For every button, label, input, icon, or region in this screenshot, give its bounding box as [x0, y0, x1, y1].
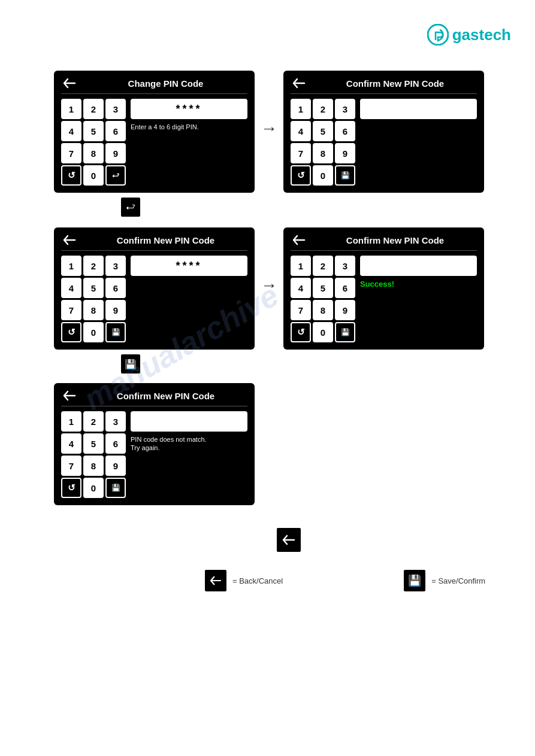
panel4-title: Confirm New PIN Code	[313, 235, 477, 245]
bottom-save-label: = Save/Confirm	[431, 576, 485, 585]
svg-point-0	[428, 25, 448, 45]
panel1-back-btn[interactable]	[61, 77, 78, 90]
key-5[interactable]: 5	[83, 121, 104, 141]
panel3-content: 1 2 3 4 5 6 7 8 9 ↺ 0 💾 ****	[61, 256, 247, 342]
key-4e[interactable]: 4	[61, 433, 81, 454]
key-5d[interactable]: 5	[313, 278, 333, 298]
panel5-header: Confirm New PIN Code	[61, 389, 247, 406]
key-3[interactable]: 3	[105, 99, 126, 119]
bottom-back-legend	[276, 527, 302, 553]
key-8c[interactable]: 8	[83, 300, 104, 320]
key-1d[interactable]: 1	[291, 256, 311, 276]
key-1c[interactable]: 1	[61, 256, 81, 276]
panel2-content: 1 2 3 4 5 6 7 8 9 ↺ 0 💾	[291, 99, 477, 186]
key-reset-d[interactable]: ↺	[291, 322, 311, 342]
panel3-back-btn[interactable]	[61, 233, 78, 247]
key-6b[interactable]: 6	[335, 121, 355, 141]
key-2e[interactable]: 2	[83, 411, 104, 432]
key-3d[interactable]: 3	[335, 256, 355, 276]
row3-panels: Confirm New PIN Code 1 2 3 4 5 6 7 8 9 ↺…	[54, 383, 255, 505]
key-9b[interactable]: 9	[335, 143, 355, 163]
panel-confirm-success: Confirm New PIN Code 1 2 3 4 5 6 7 8 9 ↺…	[283, 227, 484, 350]
panel5-back-btn[interactable]	[61, 389, 78, 402]
panel1-pin-input[interactable]: ****	[131, 99, 247, 119]
key-3b[interactable]: 3	[335, 99, 355, 119]
bottom-back-section: = Back/Cancel	[204, 569, 283, 593]
row2-panels: Confirm New PIN Code 1 2 3 4 5 6 7 8 9 ↺…	[54, 227, 484, 350]
key-7c[interactable]: 7	[61, 300, 81, 320]
key-7d[interactable]: 7	[291, 300, 311, 320]
key-4[interactable]: 4	[61, 121, 81, 141]
key-9e[interactable]: 9	[105, 456, 126, 476]
key-9c[interactable]: 9	[105, 300, 126, 320]
key-2c[interactable]: 2	[83, 256, 104, 276]
logo-text: gastech	[452, 26, 511, 44]
bottom-back-icon-box	[276, 527, 302, 553]
key-9d[interactable]: 9	[335, 300, 355, 320]
key-1[interactable]: 1	[61, 99, 81, 119]
panel4-header: Confirm New PIN Code	[291, 233, 477, 251]
key-1e[interactable]: 1	[61, 411, 81, 432]
panel3-right: ****	[131, 256, 247, 276]
key-save-e[interactable]: 💾	[105, 478, 126, 498]
key-0d[interactable]: 0	[313, 322, 333, 342]
panel5-right: PIN code does not match. Try again.	[131, 411, 247, 453]
key-9[interactable]: 9	[105, 143, 126, 163]
key-6[interactable]: 6	[105, 121, 126, 141]
save-icon-box: 💾	[120, 353, 141, 375]
key-2d[interactable]: 2	[313, 256, 333, 276]
panel4-pin-input[interactable]	[360, 256, 477, 276]
key-2[interactable]: 2	[83, 99, 104, 119]
key-6e[interactable]: 6	[105, 433, 126, 454]
panel2-pin-input[interactable]	[360, 99, 477, 119]
bottom-save-icon: 💾	[408, 574, 421, 587]
panel2-back-btn[interactable]	[291, 77, 307, 90]
panel5-content: 1 2 3 4 5 6 7 8 9 ↺ 0 💾 PIN code does no…	[61, 411, 247, 498]
key-save-b[interactable]: 💾	[335, 165, 355, 186]
key-reset-e[interactable]: ↺	[61, 478, 81, 498]
panel5-pin-input[interactable]	[131, 411, 247, 432]
key-5b[interactable]: 5	[313, 121, 333, 141]
key-4d[interactable]: 4	[291, 278, 311, 298]
key-3c[interactable]: 3	[105, 256, 126, 276]
key-reset-c[interactable]: ↺	[61, 322, 81, 342]
key-0b[interactable]: 0	[313, 165, 333, 186]
key-2b[interactable]: 2	[313, 99, 333, 119]
gastech-logo-icon	[427, 24, 449, 45]
panel4-success-hint: Success!	[360, 280, 477, 290]
panel3-keypad: 1 2 3 4 5 6 7 8 9 ↺ 0 💾	[61, 256, 126, 342]
key-8[interactable]: 8	[83, 143, 104, 163]
key-4c[interactable]: 4	[61, 278, 81, 298]
key-reset[interactable]: ↺	[61, 165, 81, 186]
key-0c[interactable]: 0	[83, 322, 104, 342]
key-8d[interactable]: 8	[313, 300, 333, 320]
panel4-back-btn[interactable]	[291, 233, 307, 247]
bottom-back-icon2	[210, 576, 222, 585]
key-5e[interactable]: 5	[83, 433, 104, 454]
key-1b[interactable]: 1	[291, 99, 311, 119]
key-save-c[interactable]: 💾	[105, 322, 126, 342]
key-6d[interactable]: 6	[335, 278, 355, 298]
panel3-title: Confirm New PIN Code	[84, 235, 247, 245]
key-5c[interactable]: 5	[83, 278, 104, 298]
key-enter[interactable]: ⮐	[105, 165, 126, 186]
panel1-right: **** Enter a 4 to 6 digit PIN.	[131, 99, 247, 131]
panel4-right: Success!	[360, 256, 477, 290]
key-0[interactable]: 0	[83, 165, 104, 186]
panel3-pin-input[interactable]: ****	[131, 256, 247, 276]
key-6c[interactable]: 6	[105, 278, 126, 298]
key-8e[interactable]: 8	[83, 456, 104, 476]
key-7[interactable]: 7	[61, 143, 81, 163]
key-4b[interactable]: 4	[291, 121, 311, 141]
key-7e[interactable]: 7	[61, 456, 81, 476]
row1-arrow: →	[261, 119, 277, 138]
key-save-d[interactable]: 💾	[335, 322, 355, 342]
key-3e[interactable]: 3	[105, 411, 126, 432]
key-reset-b[interactable]: ↺	[291, 165, 311, 186]
panel-confirm-pin-2: Confirm New PIN Code 1 2 3 4 5 6 7 8 9 ↺…	[54, 227, 255, 350]
bottom-save-icon-box: 💾	[403, 569, 427, 593]
key-7b[interactable]: 7	[291, 143, 311, 163]
logo-text-normal: gas	[452, 26, 479, 44]
key-0e[interactable]: 0	[83, 478, 104, 498]
key-8b[interactable]: 8	[313, 143, 333, 163]
